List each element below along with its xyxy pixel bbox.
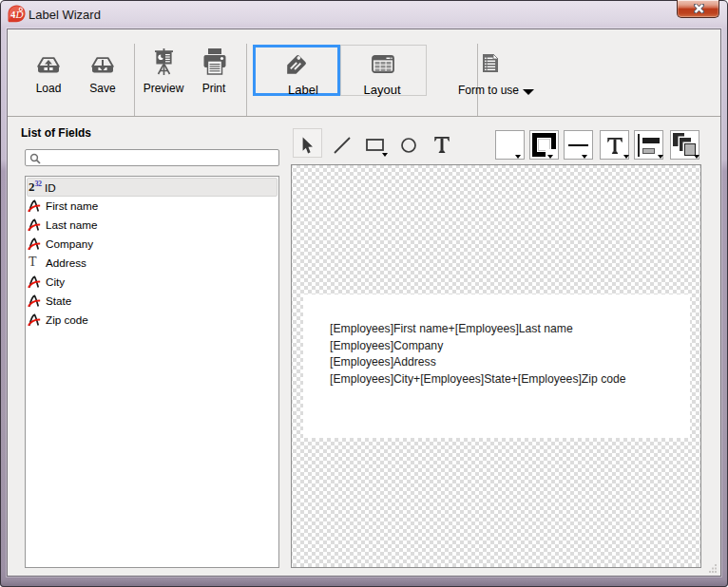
svg-text:4: 4 [10, 9, 15, 20]
